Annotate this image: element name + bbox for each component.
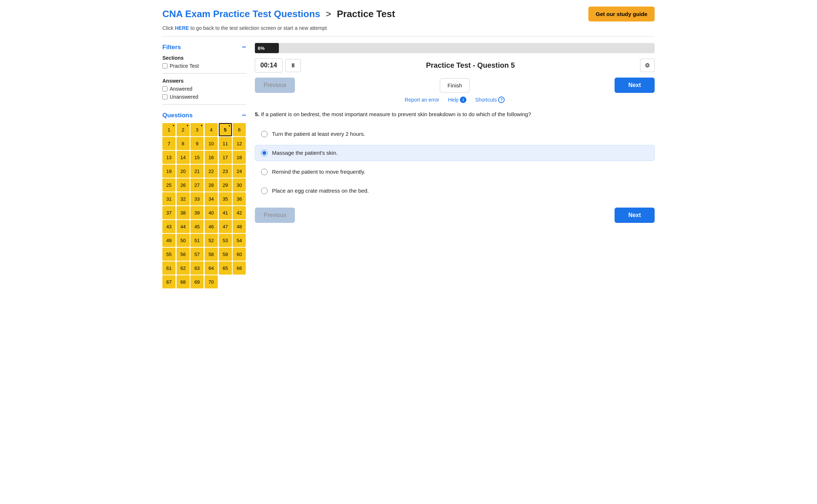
question-cell-52[interactable]: 52 [205, 234, 218, 247]
previous-button-top[interactable]: Previous [255, 78, 295, 93]
help-link[interactable]: Help i [448, 97, 467, 103]
brand-link[interactable]: CNA Exam Practice Test Questions [162, 8, 320, 19]
question-cell-58[interactable]: 58 [205, 248, 218, 261]
question-cell-65[interactable]: 65 [219, 261, 232, 275]
question-cell-14[interactable]: 14 [177, 151, 190, 164]
here-link[interactable]: HERE [175, 25, 189, 31]
question-cell-12[interactable]: 12 [233, 137, 246, 150]
answer-option-d[interactable]: Place an egg crate mattress on the bed. [255, 183, 655, 199]
question-cell-39[interactable]: 39 [190, 206, 204, 219]
question-cell-37[interactable]: 37 [162, 206, 175, 219]
question-cell-70[interactable]: 70 [205, 275, 218, 288]
question-cell-25[interactable]: 25 [162, 178, 175, 192]
settings-button[interactable]: ⚙ [640, 59, 655, 72]
question-cell-56[interactable]: 56 [177, 248, 190, 261]
questions-heading: Questions − [162, 111, 246, 119]
question-cell-17[interactable]: 17 [219, 151, 232, 164]
shortcuts-link[interactable]: Shortcuts ? [475, 97, 505, 103]
question-cell-13[interactable]: 13 [162, 151, 175, 164]
question-cell-30[interactable]: 30 [233, 178, 246, 192]
pause-button[interactable]: ⏸ [285, 59, 301, 72]
page-wrapper: CNA Exam Practice Test Questions > Pract… [154, 0, 663, 302]
question-cell-43[interactable]: 43 [162, 220, 175, 233]
question-cell-8[interactable]: 8 [177, 137, 190, 150]
question-cell-28[interactable]: 28 [205, 178, 218, 192]
question-cell-20[interactable]: 20 [177, 165, 190, 178]
answer-option-c[interactable]: Remind the patient to move frequently. [255, 164, 655, 180]
answer-option-b[interactable]: Massage the patient's skin. [255, 145, 655, 161]
question-cell-47[interactable]: 47 [219, 220, 232, 233]
answer-radio-a[interactable] [261, 131, 268, 137]
question-cell-44[interactable]: 44 [177, 220, 190, 233]
question-cell-18[interactable]: 18 [233, 151, 246, 164]
question-cell-10[interactable]: 10 [205, 137, 218, 150]
question-cell-16[interactable]: 16 [205, 151, 218, 164]
question-cell-40[interactable]: 40 [205, 206, 218, 219]
question-cell-31[interactable]: 31 [162, 192, 175, 205]
question-cell-3[interactable]: 3 [190, 123, 204, 136]
question-cell-11[interactable]: 11 [219, 137, 232, 150]
question-cell-48[interactable]: 48 [233, 220, 246, 233]
question-cell-5[interactable]: 5 [219, 123, 232, 136]
next-button-bottom[interactable]: Next [615, 208, 655, 223]
question-cell-67[interactable]: 67 [162, 275, 175, 288]
report-error-link[interactable]: Report an error [405, 97, 439, 103]
study-guide-button[interactable]: Get our study guide [588, 7, 655, 21]
answer-radio-b[interactable] [261, 150, 268, 156]
question-cell-62[interactable]: 62 [177, 261, 190, 275]
question-cell-60[interactable]: 60 [233, 248, 246, 261]
question-cell-38[interactable]: 38 [177, 206, 190, 219]
question-cell-21[interactable]: 21 [190, 165, 204, 178]
question-cell-24[interactable]: 24 [233, 165, 246, 178]
question-cell-15[interactable]: 15 [190, 151, 204, 164]
question-cell-69[interactable]: 69 [190, 275, 204, 288]
question-cell-51[interactable]: 51 [190, 234, 204, 247]
question-cell-4[interactable]: 4 [205, 123, 218, 136]
question-cell-19[interactable]: 19 [162, 165, 175, 178]
question-cell-1[interactable]: 1 [162, 123, 175, 136]
filter-answered-checkbox[interactable] [162, 86, 167, 91]
question-cell-55[interactable]: 55 [162, 248, 175, 261]
question-cell-45[interactable]: 45 [190, 220, 204, 233]
question-cell-32[interactable]: 32 [177, 192, 190, 205]
question-cell-35[interactable]: 35 [219, 192, 232, 205]
question-cell-49[interactable]: 49 [162, 234, 175, 247]
question-cell-42[interactable]: 42 [233, 206, 246, 219]
question-cell-27[interactable]: 27 [190, 178, 204, 192]
question-cell-33[interactable]: 33 [190, 192, 204, 205]
question-cell-7[interactable]: 7 [162, 137, 175, 150]
question-cell-63[interactable]: 63 [190, 261, 204, 275]
previous-button-bottom[interactable]: Previous [255, 208, 295, 223]
question-cell-22[interactable]: 22 [205, 165, 218, 178]
answer-label-a: Turn the patient at least every 2 hours. [272, 131, 365, 137]
answer-option-a[interactable]: Turn the patient at least every 2 hours. [255, 126, 655, 142]
section-practice-test-checkbox[interactable] [162, 63, 167, 68]
question-cell-57[interactable]: 57 [190, 248, 204, 261]
finish-button[interactable]: Finish [440, 78, 470, 92]
answer-radio-c[interactable] [261, 169, 268, 175]
question-cell-59[interactable]: 59 [219, 248, 232, 261]
question-cell-34[interactable]: 34 [205, 192, 218, 205]
question-cell-41[interactable]: 41 [219, 206, 232, 219]
question-cell-23[interactable]: 23 [219, 165, 232, 178]
header-divider [162, 36, 655, 36]
question-cell-68[interactable]: 68 [177, 275, 190, 288]
filters-collapse-button[interactable]: − [242, 43, 246, 51]
question-cell-50[interactable]: 50 [177, 234, 190, 247]
question-cell-2[interactable]: 2 [177, 123, 190, 136]
question-cell-53[interactable]: 53 [219, 234, 232, 247]
question-cell-46[interactable]: 46 [205, 220, 218, 233]
question-cell-9[interactable]: 9 [190, 137, 204, 150]
questions-collapse-button[interactable]: − [242, 111, 246, 119]
question-cell-54[interactable]: 54 [233, 234, 246, 247]
question-cell-6[interactable]: 6 [233, 123, 246, 136]
question-cell-64[interactable]: 64 [205, 261, 218, 275]
question-cell-36[interactable]: 36 [233, 192, 246, 205]
question-cell-26[interactable]: 26 [177, 178, 190, 192]
filter-unanswered-checkbox[interactable] [162, 94, 167, 99]
next-button-top[interactable]: Next [615, 78, 655, 93]
question-cell-66[interactable]: 66 [233, 261, 246, 275]
answer-radio-d[interactable] [261, 188, 268, 194]
question-cell-61[interactable]: 61 [162, 261, 175, 275]
question-cell-29[interactable]: 29 [219, 178, 232, 192]
